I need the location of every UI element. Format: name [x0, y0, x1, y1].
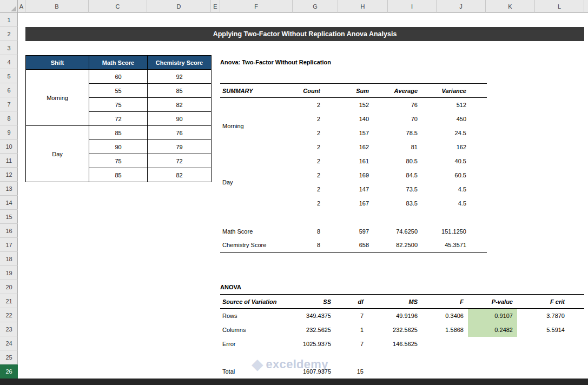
- row-header-2[interactable]: 2: [0, 27, 18, 41]
- summary-count[interactable]: 2: [292, 154, 325, 168]
- summary-average[interactable]: 74.6250: [373, 224, 422, 238]
- anova-ss[interactable]: 349.4375: [292, 309, 335, 323]
- row-header-20[interactable]: 20: [0, 280, 18, 294]
- chemistry-score-cell[interactable]: 92: [148, 70, 212, 84]
- column-header-l[interactable]: L: [535, 0, 584, 13]
- row-header-3[interactable]: 3: [0, 41, 18, 55]
- scores-header-shift[interactable]: Shift: [26, 56, 89, 70]
- summary-sum[interactable]: 167: [325, 196, 373, 210]
- summary-header-count[interactable]: Count: [292, 84, 325, 98]
- anova-ss[interactable]: 1025.9375: [292, 337, 335, 351]
- column-header-g[interactable]: G: [293, 0, 338, 13]
- summary-variance[interactable]: 40.5: [422, 154, 471, 168]
- summary-sum[interactable]: 147: [325, 182, 373, 196]
- chemistry-score-cell[interactable]: 82: [148, 168, 212, 182]
- summary-average[interactable]: 84.5: [373, 168, 422, 182]
- row-header-24[interactable]: 24: [0, 336, 18, 350]
- anova-ms[interactable]: 49.9196: [368, 309, 422, 323]
- summary-variance[interactable]: 151.1250: [422, 224, 471, 238]
- anova-source[interactable]: Columns: [220, 323, 292, 337]
- anova-pvalue-highlighted[interactable]: 0.9107: [468, 309, 517, 323]
- row-header-4[interactable]: 4: [0, 55, 18, 69]
- anova-fcrit[interactable]: 3.7870: [517, 309, 569, 323]
- anova-total-ss[interactable]: 1607.9375: [292, 365, 335, 379]
- chemistry-score-cell[interactable]: 76: [148, 126, 212, 140]
- summary-average[interactable]: 81: [373, 140, 422, 154]
- summary-average[interactable]: 83.5: [373, 196, 422, 210]
- summary-header-sum[interactable]: Sum: [325, 84, 373, 98]
- summary-count[interactable]: 2: [292, 126, 325, 140]
- summary-count[interactable]: 2: [292, 98, 325, 112]
- summary-variance[interactable]: 450: [422, 112, 471, 126]
- summary-average[interactable]: 80.5: [373, 154, 422, 168]
- summary-average[interactable]: 78.5: [373, 126, 422, 140]
- summary-count[interactable]: 2: [292, 140, 325, 154]
- anova-df[interactable]: 7: [335, 309, 368, 323]
- summary-variance[interactable]: 4.5: [422, 182, 471, 196]
- summary-sum[interactable]: 658: [325, 238, 373, 253]
- row-header-13[interactable]: 13: [0, 182, 18, 196]
- column-header-c[interactable]: C: [89, 0, 147, 13]
- row-header-1[interactable]: 1: [0, 13, 18, 27]
- column-header-a[interactable]: A: [18, 0, 25, 13]
- summary-group-day[interactable]: Day: [220, 154, 292, 210]
- anova-ms[interactable]: 146.5625: [368, 337, 422, 351]
- summary-sum[interactable]: 161: [325, 154, 373, 168]
- column-header-d[interactable]: D: [147, 0, 211, 13]
- row-header-17[interactable]: 17: [0, 238, 18, 252]
- row-header-6[interactable]: 6: [0, 83, 18, 97]
- math-score-cell[interactable]: 60: [89, 70, 148, 84]
- anova-header-fcrit[interactable]: F crit: [517, 295, 569, 309]
- row-header-11[interactable]: 11: [0, 154, 18, 168]
- anova-total-df[interactable]: 15: [335, 365, 368, 379]
- shift-group-morning[interactable]: Morning: [26, 70, 89, 126]
- summary-variance[interactable]: 512: [422, 98, 471, 112]
- summary-count[interactable]: 2: [292, 112, 325, 126]
- row-header-21[interactable]: 21: [0, 294, 18, 308]
- title-banner[interactable]: Applying Two-Factor Without Replication …: [25, 27, 584, 41]
- shift-group-day[interactable]: Day: [26, 126, 89, 182]
- row-header-16[interactable]: 16: [0, 224, 18, 238]
- math-score-cell[interactable]: 85: [89, 168, 148, 182]
- summary-sum[interactable]: 597: [325, 224, 373, 238]
- anova-df[interactable]: 7: [335, 337, 368, 351]
- summary-average[interactable]: 82.2500: [373, 238, 422, 253]
- anova-header-f[interactable]: F: [422, 295, 468, 309]
- summary-count[interactable]: 8: [292, 224, 325, 238]
- row-header-22[interactable]: 22: [0, 308, 18, 322]
- summary-sum[interactable]: 169: [325, 168, 373, 182]
- summary-sum[interactable]: 140: [325, 112, 373, 126]
- chemistry-score-cell[interactable]: 79: [148, 140, 212, 154]
- anova-fcrit[interactable]: [517, 337, 569, 351]
- column-header-i[interactable]: I: [388, 0, 437, 13]
- summary-title[interactable]: Anova: Two-Factor Without Replication: [220, 55, 393, 69]
- row-header-9[interactable]: 9: [0, 125, 18, 140]
- chemistry-score-cell[interactable]: 82: [148, 98, 212, 112]
- row-header-23[interactable]: 23: [0, 322, 18, 336]
- summary-count[interactable]: 2: [292, 196, 325, 210]
- chemistry-score-cell[interactable]: 72: [148, 154, 212, 168]
- column-header-b[interactable]: B: [25, 0, 89, 13]
- column-header-h[interactable]: H: [338, 0, 388, 13]
- anova-header-source[interactable]: Source of Variation: [220, 295, 292, 309]
- summary-sum[interactable]: 162: [325, 140, 373, 154]
- row-header-14[interactable]: 14: [0, 196, 18, 210]
- summary-header-summary[interactable]: SUMMARY: [220, 84, 292, 98]
- column-header-k[interactable]: K: [486, 0, 535, 13]
- row-header-7[interactable]: 7: [0, 97, 18, 111]
- summary-total-label[interactable]: Chemistry Score: [220, 238, 292, 253]
- summary-header-average[interactable]: Average: [373, 84, 422, 98]
- anova-total-label[interactable]: Total: [220, 365, 292, 379]
- row-header-26[interactable]: 26: [0, 364, 18, 379]
- summary-average[interactable]: 70: [373, 112, 422, 126]
- math-score-cell[interactable]: 55: [89, 84, 148, 98]
- anova-source[interactable]: Rows: [220, 309, 292, 323]
- anova-header-ss[interactable]: SS: [292, 295, 335, 309]
- summary-average[interactable]: 73.5: [373, 182, 422, 196]
- math-score-cell[interactable]: 90: [89, 140, 148, 154]
- math-score-cell[interactable]: 75: [89, 98, 148, 112]
- row-header-12[interactable]: 12: [0, 168, 18, 182]
- row-header-25[interactable]: 25: [0, 350, 18, 364]
- anova-pvalue[interactable]: [468, 337, 517, 351]
- anova-f[interactable]: 0.3406: [422, 309, 468, 323]
